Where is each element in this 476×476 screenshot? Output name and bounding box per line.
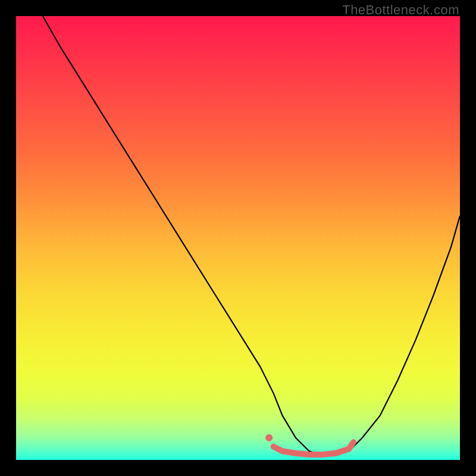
highlight-segment (274, 442, 353, 455)
chart-svg (16, 16, 460, 460)
chart-frame: TheBottleneck.com (0, 0, 476, 476)
chart-plot-area (16, 16, 460, 460)
bottleneck-curve (43, 16, 460, 456)
highlight-dot (265, 434, 273, 441)
